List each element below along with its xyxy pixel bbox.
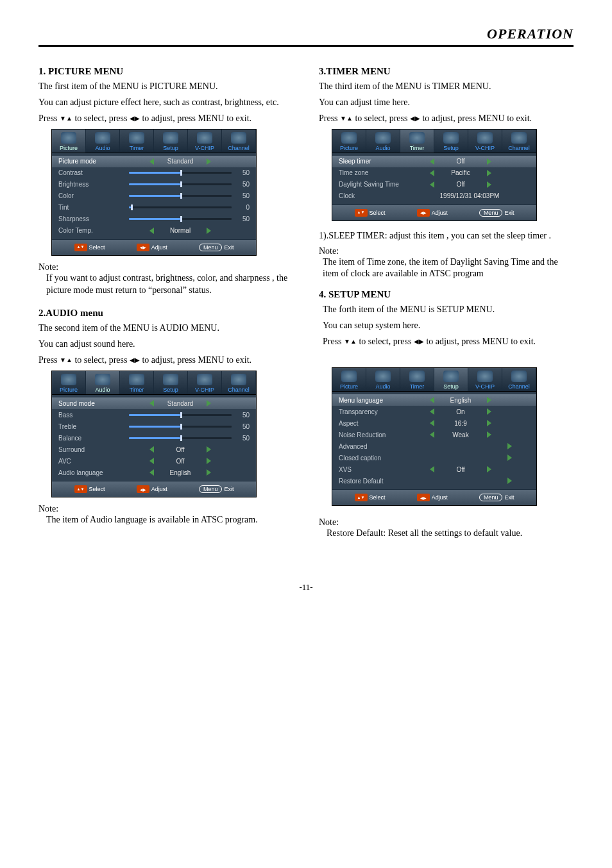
osd-row[interactable]: Time zonePacific — [332, 167, 536, 179]
osd-row[interactable]: Sharpness50 — [52, 213, 256, 225]
osd-tab-channel[interactable]: Channel — [222, 129, 256, 153]
right-arrow-icon[interactable] — [207, 228, 211, 234]
osd-tab-timer[interactable]: Timer — [120, 371, 154, 394]
osd-row[interactable]: Advanced — [332, 440, 536, 452]
osd-tab-v-chip[interactable]: V-CHIP — [188, 129, 222, 153]
left-arrow-icon[interactable] — [430, 408, 434, 415]
osd-row[interactable]: Picture modeStandard — [52, 156, 256, 167]
osd-tab-audio[interactable]: Audio — [366, 368, 400, 391]
osd-row[interactable]: Daylight Saving TimeOff — [332, 179, 536, 190]
osd-row[interactable]: Restore Default — [332, 475, 536, 487]
right-arrow-icon[interactable] — [507, 443, 512, 449]
osd-tab-setup[interactable]: Setup — [154, 371, 188, 394]
right-arrow-icon[interactable] — [507, 455, 512, 461]
slider[interactable] — [129, 183, 232, 185]
osd-row[interactable]: Clock1999/12/31 04:03PM — [332, 190, 536, 202]
osd-tab-setup[interactable]: Setup — [154, 129, 188, 153]
osd-row[interactable]: Tint0 — [52, 202, 256, 213]
osd-row[interactable]: Audio languageEnglish — [52, 467, 256, 478]
left-arrow-icon[interactable] — [430, 170, 434, 176]
right-arrow-icon[interactable] — [487, 431, 491, 438]
osd-row[interactable]: Sleep timerOff — [332, 156, 536, 167]
setup-note: Restore Default: Reset all the settings … — [327, 528, 574, 540]
osd-row[interactable]: Color50 — [52, 190, 256, 202]
osd-tab-picture[interactable]: Picture — [332, 129, 366, 153]
osd-tab-timer[interactable]: Timer — [400, 129, 434, 153]
slider[interactable] — [129, 437, 232, 439]
osd-tab-timer[interactable]: Timer — [120, 129, 154, 153]
leftright-key-icon: ◀▶ — [137, 244, 149, 251]
audio-osd: PictureAudioTimerSetupV-CHIPChannelSound… — [51, 371, 257, 497]
osd-row[interactable]: SurroundOff — [52, 444, 256, 455]
slider[interactable] — [129, 426, 232, 428]
osd-row[interactable]: Treble50 — [52, 421, 256, 432]
right-arrow-icon[interactable] — [207, 446, 211, 453]
osd-tab-channel[interactable]: Channel — [502, 129, 536, 153]
osd-row[interactable]: Sound modeStandard — [52, 397, 256, 409]
slider[interactable] — [129, 172, 232, 174]
left-arrow-icon[interactable] — [430, 431, 434, 438]
osd-tab-audio[interactable]: Audio — [86, 371, 120, 394]
osd-row[interactable]: Balance50 — [52, 432, 256, 444]
osd-tab-audio[interactable]: Audio — [86, 129, 120, 153]
osd-tab-v-chip[interactable]: V-CHIP — [468, 129, 502, 153]
osd-row[interactable]: XVSOff — [332, 463, 536, 475]
left-arrow-icon[interactable] — [430, 466, 434, 472]
osd-row[interactable]: TransparencyOn — [332, 406, 536, 417]
osd-row-label: AVC — [58, 458, 129, 465]
osd-tab-picture[interactable]: Picture — [52, 371, 86, 394]
osd-row[interactable]: Color Temp.Normal — [52, 225, 256, 237]
osd-tab-channel[interactable]: Channel — [222, 371, 256, 394]
left-arrow-icon[interactable] — [149, 446, 154, 453]
left-arrow-icon[interactable] — [430, 158, 434, 165]
right-arrow-icon[interactable] — [207, 469, 211, 476]
left-arrow-icon[interactable] — [149, 458, 154, 464]
osd-tab-picture[interactable]: Picture — [332, 368, 366, 391]
setup-heading: 4. SETUP MENU — [319, 289, 574, 300]
right-arrow-icon[interactable] — [487, 170, 491, 176]
left-arrow-icon[interactable] — [149, 469, 154, 476]
left-arrow-icon[interactable] — [430, 420, 434, 426]
osd-row[interactable]: Brightness50 — [52, 179, 256, 190]
osd-row[interactable]: Contrast50 — [52, 167, 256, 179]
slider[interactable] — [129, 218, 232, 220]
osd-tab-picture[interactable]: Picture — [52, 129, 86, 153]
menu-key-icon: Menu — [479, 209, 503, 217]
right-arrow-icon[interactable] — [487, 420, 491, 426]
right-arrow-icon[interactable] — [487, 408, 491, 415]
osd-tab-v-chip[interactable]: V-CHIP — [468, 368, 502, 391]
text: to select, press — [74, 355, 130, 365]
osd-tab-channel[interactable]: Channel — [502, 368, 536, 391]
osd-row[interactable]: AVCOff — [52, 455, 256, 467]
left-arrow-icon[interactable] — [430, 397, 434, 403]
osd-tab-setup[interactable]: Setup — [434, 129, 468, 153]
slider[interactable] — [129, 206, 232, 208]
osd-row-label: Contrast — [58, 169, 129, 176]
right-arrow-icon[interactable] — [487, 466, 491, 472]
osd-tab-setup[interactable]: Setup — [434, 368, 468, 391]
left-arrow-icon[interactable] — [430, 181, 434, 188]
tab-icon — [231, 374, 246, 385]
right-arrow-icon[interactable] — [207, 158, 211, 165]
osd-tab-v-chip[interactable]: V-CHIP — [188, 371, 222, 394]
right-arrow-icon[interactable] — [487, 397, 491, 403]
osd-row[interactable]: Menu languageEnglish — [332, 394, 536, 406]
right-arrow-icon[interactable] — [487, 158, 491, 165]
right-arrow-icon[interactable] — [207, 458, 211, 464]
left-arrow-icon[interactable] — [149, 400, 154, 406]
hint-adjust: ◀▶ Adjust — [137, 244, 167, 251]
right-arrow-icon[interactable] — [487, 181, 491, 188]
right-arrow-icon[interactable] — [207, 400, 211, 406]
slider[interactable] — [129, 414, 232, 416]
osd-row[interactable]: Bass50 — [52, 409, 256, 421]
osd-tab-timer[interactable]: Timer — [400, 368, 434, 391]
osd-tab-audio[interactable]: Audio — [366, 129, 400, 153]
osd-row[interactable]: Noise ReductionWeak — [332, 429, 536, 440]
tab-label: Audio — [86, 145, 119, 151]
osd-row[interactable]: Closed caption — [332, 452, 536, 463]
right-arrow-icon[interactable] — [507, 478, 512, 484]
left-arrow-icon[interactable] — [149, 158, 154, 165]
slider[interactable] — [129, 195, 232, 197]
osd-row[interactable]: Aspect16:9 — [332, 417, 536, 429]
left-arrow-icon[interactable] — [149, 228, 154, 234]
